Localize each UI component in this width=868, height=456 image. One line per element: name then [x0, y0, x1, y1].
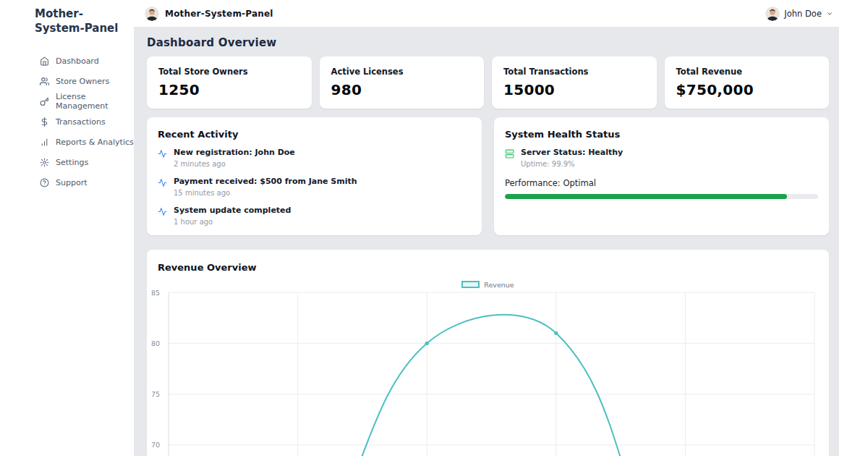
svg-text:85: 85 — [151, 289, 160, 297]
activity-feed: New registration: John Doe 2 minutes ago… — [158, 148, 471, 226]
activity-time: 15 minutes ago — [174, 189, 357, 197]
sidebar-item-label: Store Owners — [56, 77, 109, 86]
sidebar-nav: Dashboard Store Owners License Managemen… — [0, 51, 134, 193]
server-status-item: Server Status: Healthy Uptime: 99.9% — [505, 148, 818, 168]
stat-label: Total Store Owners — [158, 66, 300, 77]
dollar-icon — [40, 117, 49, 127]
revenue-line-chart: 85807570 — [149, 289, 822, 456]
sidebar-item-label: Reports & Analytics — [56, 138, 134, 147]
performance-label: Performance: Optimal — [505, 178, 818, 188]
user-avatar — [765, 7, 780, 21]
activity-icon — [158, 149, 167, 159]
stat-card: Active Licenses 980 — [320, 56, 485, 109]
activity-item: New registration: John Doe 2 minutes ago — [158, 148, 471, 168]
sidebar-item[interactable]: Settings — [0, 152, 134, 172]
stat-value: $750,000 — [676, 80, 818, 99]
activity-text: Payment received: $500 from Jane Smith — [174, 177, 357, 186]
chart-legend: Revenue — [158, 280, 818, 289]
header-title: Mother-System-Panel — [165, 9, 273, 19]
sidebar-item[interactable]: Transactions — [0, 111, 134, 132]
user-menu[interactable]: John Doe — [765, 7, 833, 21]
activity-time: 2 minutes ago — [174, 160, 295, 168]
sidebar-item[interactable]: License Management — [0, 91, 134, 111]
system-health-title: System Health Status — [505, 129, 818, 140]
sidebar-item-label: Support — [56, 178, 87, 187]
svg-text:70: 70 — [151, 441, 160, 449]
stat-value: 980 — [331, 80, 473, 99]
server-icon — [505, 149, 514, 159]
legend-label[interactable]: Revenue — [484, 281, 514, 289]
chevron-down-icon — [826, 10, 833, 17]
stat-value: 15000 — [503, 80, 645, 99]
activity-text: System update completed — [174, 206, 291, 215]
revenue-chart-title: Revenue Overview — [158, 262, 818, 273]
sidebar-item-label: Transactions — [56, 117, 106, 127]
svg-text:80: 80 — [151, 339, 160, 347]
main-content: Dashboard Overview Total Store Owners 12… — [134, 27, 839, 456]
sidebar-item[interactable]: Reports & Analytics — [0, 132, 134, 152]
sidebar-item[interactable]: Store Owners — [0, 71, 134, 91]
sidebar-item[interactable]: Support — [0, 172, 134, 193]
stat-card: Total Revenue $750,000 — [665, 56, 830, 109]
stats-row: Total Store Owners 1250 Active Licenses … — [147, 56, 829, 109]
key-icon — [40, 97, 49, 106]
stat-label: Total Revenue — [676, 66, 818, 77]
performance-progress — [505, 194, 818, 199]
sidebar-item-label: Settings — [56, 158, 88, 167]
page-title: Dashboard Overview — [147, 36, 829, 50]
activity-item: Payment received: $500 from Jane Smith 1… — [158, 177, 471, 197]
sidebar: Mother-System-Panel Dashboard Store Owne… — [0, 0, 134, 456]
help-icon — [40, 178, 49, 187]
recent-activity-panel: Recent Activity New registration: John D… — [147, 117, 482, 235]
system-health-panel: System Health Status Server Status: Heal… — [494, 117, 829, 235]
sidebar-item-label: Dashboard — [56, 56, 99, 66]
sidebar-item[interactable]: Dashboard — [0, 51, 134, 71]
stat-card: Total Transactions 15000 — [492, 56, 657, 109]
recent-activity-title: Recent Activity — [158, 129, 471, 140]
activity-icon — [158, 207, 167, 216]
home-icon — [40, 56, 49, 66]
activity-item: System update completed 1 hour ago — [158, 206, 471, 226]
activity-text: New registration: John Doe — [174, 148, 295, 157]
svg-text:75: 75 — [151, 390, 160, 398]
sidebar-item-label: License Management — [56, 92, 134, 111]
app-logo: Mother-System-Panel — [0, 0, 124, 36]
stat-label: Active Licenses — [331, 66, 473, 77]
brand-avatar — [145, 7, 159, 21]
users-icon — [40, 77, 49, 86]
gear-icon — [40, 158, 49, 167]
stat-card: Total Store Owners 1250 — [147, 56, 312, 109]
activity-icon — [158, 178, 167, 187]
uptime-text: Uptime: 99.9% — [521, 160, 623, 168]
bar-chart-icon — [40, 138, 49, 147]
app-logo-text: Mother-System-Panel — [35, 7, 124, 36]
performance-progress-fill — [505, 194, 787, 199]
stat-label: Total Transactions — [503, 66, 645, 77]
revenue-overview-card: Revenue Overview Revenue 85807570 — [147, 250, 829, 456]
top-header: Mother-System-Panel John Doe — [134, 0, 868, 27]
stat-value: 1250 — [158, 80, 300, 99]
activity-time: 1 hour ago — [174, 218, 291, 226]
header-brand: Mother-System-Panel — [145, 7, 273, 21]
user-name: John Doe — [784, 9, 822, 19]
legend-swatch[interactable] — [461, 281, 480, 288]
server-status-text: Server Status: Healthy — [521, 148, 623, 157]
